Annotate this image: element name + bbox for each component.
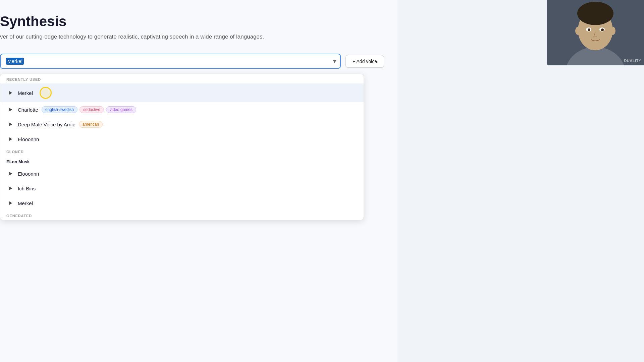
voice-name-charlotte: Charlotte	[18, 107, 38, 113]
voice-name-elooonnn-cloned: Elooonnn	[18, 171, 39, 177]
voice-item-merkel-cloned[interactable]: Merkel	[0, 196, 364, 210]
play-elooonnn-recent-button[interactable]	[6, 135, 14, 143]
generated-section-label: GENERATED	[0, 210, 364, 220]
play-ich-bins-button[interactable]	[6, 184, 14, 192]
voice-name-elooonnn-recent: Elooonnn	[18, 136, 39, 142]
svg-marker-4	[9, 172, 12, 176]
webcam-person: DUALITY	[547, 0, 644, 65]
voice-input-wrapper: Merkel ▾ RECENTLY USED Merkel	[0, 54, 341, 69]
voice-item-ich-bins[interactable]: Ich Bins	[0, 181, 364, 196]
cloned-header: ELon Musk	[0, 156, 364, 166]
voice-name-merkel: Merkel	[18, 90, 33, 96]
voice-name-deep-male: Deep Male Voice by Arnie	[18, 122, 75, 127]
voice-item-elooonnn-recent[interactable]: Elooonnn	[0, 132, 364, 146]
cursor-highlight	[40, 87, 52, 99]
svg-marker-3	[9, 137, 12, 141]
svg-marker-1	[9, 108, 12, 112]
play-deep-male-button[interactable]	[6, 120, 14, 128]
page-title: Synthesis	[0, 13, 384, 29]
webcam-watermark: DUALITY	[624, 59, 641, 63]
svg-point-15	[601, 28, 604, 31]
webcam-overlay: DUALITY	[547, 0, 644, 65]
voice-dropdown-list: RECENTLY USED Merkel Charlotte	[0, 74, 364, 220]
cloned-section-label: CLONED	[0, 146, 364, 156]
voice-item-elooonnn-cloned[interactable]: Elooonnn	[0, 166, 364, 181]
tag-american: american	[79, 121, 103, 128]
main-content: Synthesis ver of our cutting-edge techno…	[0, 0, 397, 362]
voice-name-ich-bins: Ich Bins	[18, 186, 36, 191]
voice-selector-row: Merkel ▾ RECENTLY USED Merkel	[0, 54, 384, 69]
voice-search-input[interactable]: Merkel	[0, 54, 341, 69]
voice-item-charlotte[interactable]: Charlotte english-swedish seductive vide…	[0, 102, 364, 117]
person-silhouette	[547, 0, 644, 65]
svg-marker-0	[9, 91, 12, 95]
svg-point-16	[575, 27, 581, 35]
svg-point-11	[577, 2, 613, 25]
charlotte-tags: english-swedish seductive video games	[42, 106, 136, 113]
svg-point-17	[610, 27, 615, 35]
selected-voice-text: Merkel	[6, 58, 24, 65]
page-subtitle: ver of our cutting-edge technology to ge…	[0, 34, 384, 40]
svg-marker-2	[9, 123, 12, 126]
tag-english-swedish: english-swedish	[42, 106, 77, 113]
svg-marker-5	[9, 187, 12, 190]
svg-marker-6	[9, 201, 12, 205]
deep-male-tags: american	[79, 121, 103, 128]
play-merkel-cloned-button[interactable]	[6, 199, 14, 207]
svg-point-14	[588, 28, 590, 31]
play-merkel-button[interactable]	[6, 89, 14, 97]
add-voice-button[interactable]: + Add voice	[345, 55, 384, 68]
play-elooonnn-cloned-button[interactable]	[6, 170, 14, 178]
tag-video-games: video games	[106, 106, 136, 113]
recently-used-section-label: RECENTLY USED	[0, 74, 364, 83]
voice-item-merkel[interactable]: Merkel	[0, 83, 364, 102]
tag-seductive: seductive	[79, 106, 104, 113]
voice-name-merkel-cloned: Merkel	[18, 200, 33, 206]
voice-item-deep-male[interactable]: Deep Male Voice by Arnie american	[0, 117, 364, 132]
webcam-video: DUALITY	[547, 0, 644, 65]
play-charlotte-button[interactable]	[6, 106, 14, 114]
